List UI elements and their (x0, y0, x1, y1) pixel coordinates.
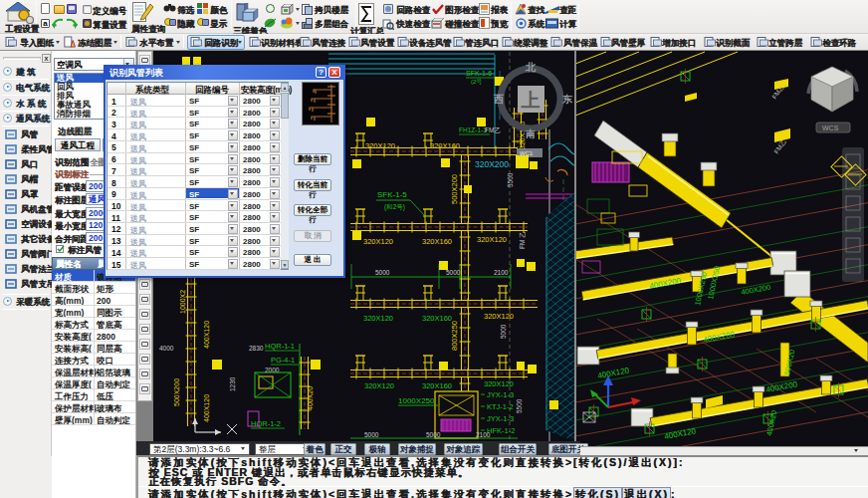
svg-text:400X120: 400X120 (203, 394, 210, 422)
svg-text:FH1Z-1-3: FH1Z-1-3 (459, 126, 487, 133)
svg-text:KTJ-1-2: KTJ-1-2 (487, 402, 514, 411)
svg-text:320X120: 320X120 (484, 379, 514, 388)
svg-text:2100: 2100 (494, 269, 509, 276)
svg-text:1000X250: 1000X250 (398, 396, 435, 405)
svg-text:800X250: 800X250 (450, 321, 459, 351)
svg-text:320X120: 320X120 (365, 141, 395, 150)
svg-text:500X200: 500X200 (450, 174, 459, 204)
svg-text:320X120: 320X120 (363, 237, 393, 246)
svg-text:5000: 5000 (446, 269, 461, 276)
svg-text:PG-4-1: PG-4-1 (271, 356, 295, 365)
svg-text:(2号: (2号 (471, 79, 482, 85)
svg-text:南: 南 (526, 128, 536, 139)
svg-text:(和2号): (和2号) (384, 203, 405, 211)
svg-text:北: 北 (525, 62, 537, 73)
svg-text:2100: 2100 (476, 431, 491, 438)
svg-text:FM 乙: FM 乙 (519, 231, 526, 249)
svg-text:2830: 2830 (249, 345, 264, 352)
svg-text:SFK-1-6: SFK-1-6 (466, 70, 492, 77)
svg-text:320X200: 320X200 (475, 159, 509, 169)
svg-text:上: 上 (521, 90, 541, 111)
svg-text:5500: 5500 (516, 398, 523, 413)
svg-text:1230: 1230 (229, 376, 236, 391)
svg-text:JYX-1-3: JYX-1-3 (487, 414, 514, 423)
svg-text:5000: 5000 (364, 431, 379, 438)
svg-text:320X160: 320X160 (422, 381, 452, 390)
svg-text:320X160: 320X160 (430, 141, 460, 150)
svg-text:SFK-1-5: SFK-1-5 (377, 190, 407, 199)
svg-text:1000X2: 1000X2 (179, 290, 186, 314)
svg-text:5000: 5000 (375, 269, 390, 276)
svg-text:5500: 5500 (507, 172, 514, 187)
svg-text:HQR-1-2: HQR-1-2 (251, 419, 281, 428)
svg-text:320X120: 320X120 (364, 381, 394, 390)
svg-text:4000: 4000 (159, 345, 174, 352)
svg-text:西: 西 (493, 94, 504, 105)
svg-text:320X160: 320X160 (422, 237, 452, 246)
svg-text:东: 东 (561, 94, 572, 105)
svg-text:320X120: 320X120 (477, 235, 507, 244)
svg-text:5000: 5000 (426, 431, 441, 438)
svg-text:320X160: 320X160 (422, 314, 452, 323)
svg-text:320X120: 320X120 (363, 314, 393, 323)
svg-text:HFK-1-2: HFK-1-2 (487, 426, 515, 435)
svg-text:400X120: 400X120 (203, 321, 210, 349)
svg-text:5000: 5000 (500, 324, 507, 339)
svg-text:HQR-1-1: HQR-1-1 (265, 342, 295, 351)
svg-text:400X20: 400X20 (307, 386, 314, 410)
svg-text:WCS: WCS (822, 124, 839, 131)
svg-text:FM乙: FM乙 (485, 126, 501, 133)
svg-text:JYX-1-3: JYX-1-3 (487, 390, 514, 399)
svg-text:500X200: 500X200 (173, 378, 180, 406)
svg-text:320X120: 320X120 (484, 312, 514, 321)
